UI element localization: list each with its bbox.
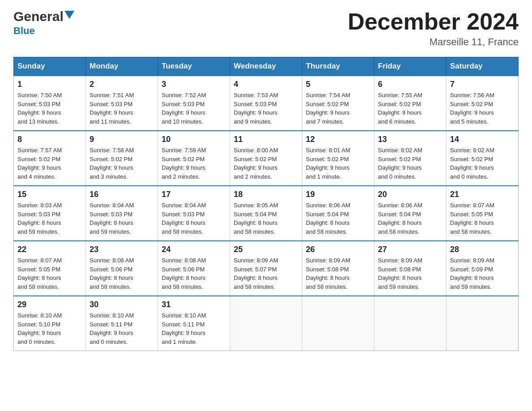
calendar-cell: 26Sunrise: 8:09 AMSunset: 5:08 PMDayligh…	[302, 241, 374, 296]
calendar-cell: 4Sunrise: 7:53 AMSunset: 5:03 PMDaylight…	[230, 76, 302, 131]
day-number: 12	[306, 135, 370, 144]
day-info: Sunrise: 7:58 AMSunset: 5:02 PMDaylight:…	[90, 146, 154, 181]
day-number: 24	[162, 245, 226, 254]
day-number: 31	[162, 300, 226, 309]
calendar-cell: 12Sunrise: 8:01 AMSunset: 5:02 PMDayligh…	[302, 131, 374, 186]
weekday-header-sunday: Sunday	[14, 57, 86, 76]
weekday-header-saturday: Saturday	[446, 57, 519, 76]
day-number: 16	[90, 190, 154, 199]
calendar-cell: 27Sunrise: 8:09 AMSunset: 5:08 PMDayligh…	[374, 241, 446, 296]
svg-marker-0	[64, 11, 74, 19]
calendar-cell: 3Sunrise: 7:52 AMSunset: 5:03 PMDaylight…	[158, 76, 230, 131]
day-info: Sunrise: 7:55 AMSunset: 5:02 PMDaylight:…	[378, 91, 442, 126]
calendar-cell: 9Sunrise: 7:58 AMSunset: 5:02 PMDaylight…	[86, 131, 158, 186]
calendar-cell: 5Sunrise: 7:54 AMSunset: 5:02 PMDaylight…	[302, 76, 374, 131]
calendar-cell: 10Sunrise: 7:59 AMSunset: 5:02 PMDayligh…	[158, 131, 230, 186]
day-info: Sunrise: 8:10 AMSunset: 5:10 PMDaylight:…	[17, 311, 82, 346]
day-info: Sunrise: 8:06 AMSunset: 5:04 PMDaylight:…	[306, 201, 370, 236]
weekday-header-friday: Friday	[374, 57, 446, 76]
weekday-header-row: SundayMondayTuesdayWednesdayThursdayFrid…	[14, 57, 519, 76]
day-info: Sunrise: 7:52 AMSunset: 5:03 PMDaylight:…	[162, 91, 226, 126]
day-info: Sunrise: 8:00 AMSunset: 5:02 PMDaylight:…	[234, 146, 298, 181]
logo-triangle-icon	[64, 11, 74, 21]
day-number: 22	[17, 245, 82, 254]
day-info: Sunrise: 8:10 AMSunset: 5:11 PMDaylight:…	[162, 311, 226, 346]
day-number: 8	[17, 135, 82, 144]
day-number: 11	[234, 135, 298, 144]
calendar-cell: 20Sunrise: 8:06 AMSunset: 5:04 PMDayligh…	[374, 186, 446, 241]
page-header: General Blue December 2024 Marseille 11,…	[13, 9, 519, 48]
day-number: 23	[90, 245, 154, 254]
weekday-header-tuesday: Tuesday	[158, 57, 230, 76]
calendar-cell: 8Sunrise: 7:57 AMSunset: 5:02 PMDaylight…	[14, 131, 86, 186]
calendar-cell: 31Sunrise: 8:10 AMSunset: 5:11 PMDayligh…	[158, 296, 230, 351]
calendar-cell	[302, 296, 374, 351]
calendar-cell: 22Sunrise: 8:07 AMSunset: 5:05 PMDayligh…	[14, 241, 86, 296]
calendar-cell: 7Sunrise: 7:56 AMSunset: 5:02 PMDaylight…	[446, 76, 519, 131]
calendar-week-row: 22Sunrise: 8:07 AMSunset: 5:05 PMDayligh…	[14, 241, 519, 296]
day-number: 28	[450, 245, 515, 254]
day-number: 5	[306, 80, 370, 89]
logo: General Blue	[13, 9, 74, 37]
day-number: 25	[234, 245, 298, 254]
day-number: 30	[90, 300, 154, 309]
day-info: Sunrise: 8:02 AMSunset: 5:02 PMDaylight:…	[450, 146, 515, 181]
calendar-cell: 25Sunrise: 8:09 AMSunset: 5:07 PMDayligh…	[230, 241, 302, 296]
calendar-week-row: 1Sunrise: 7:50 AMSunset: 5:03 PMDaylight…	[14, 76, 519, 131]
calendar-cell: 13Sunrise: 8:02 AMSunset: 5:02 PMDayligh…	[374, 131, 446, 186]
day-number: 13	[378, 135, 442, 144]
weekday-header-thursday: Thursday	[302, 57, 374, 76]
day-number: 18	[234, 190, 298, 199]
day-info: Sunrise: 8:08 AMSunset: 5:06 PMDaylight:…	[90, 256, 154, 291]
day-info: Sunrise: 7:59 AMSunset: 5:02 PMDaylight:…	[162, 146, 226, 181]
day-number: 2	[90, 80, 154, 89]
calendar-cell: 18Sunrise: 8:05 AMSunset: 5:04 PMDayligh…	[230, 186, 302, 241]
day-info: Sunrise: 8:02 AMSunset: 5:02 PMDaylight:…	[378, 146, 442, 181]
calendar-cell: 24Sunrise: 8:08 AMSunset: 5:06 PMDayligh…	[158, 241, 230, 296]
day-number: 15	[17, 190, 82, 199]
day-info: Sunrise: 8:10 AMSunset: 5:11 PMDaylight:…	[90, 311, 154, 346]
calendar-table: SundayMondayTuesdayWednesdayThursdayFrid…	[13, 57, 519, 351]
day-info: Sunrise: 8:09 AMSunset: 5:07 PMDaylight:…	[234, 256, 298, 291]
calendar-cell	[374, 296, 446, 351]
day-number: 6	[378, 80, 442, 89]
day-info: Sunrise: 7:54 AMSunset: 5:02 PMDaylight:…	[306, 91, 370, 126]
day-number: 21	[450, 190, 515, 199]
calendar-cell: 21Sunrise: 8:07 AMSunset: 5:05 PMDayligh…	[446, 186, 519, 241]
logo-blue-text: Blue	[13, 25, 35, 37]
day-number: 7	[450, 80, 515, 89]
day-number: 1	[17, 80, 82, 89]
day-info: Sunrise: 7:53 AMSunset: 5:03 PMDaylight:…	[234, 91, 298, 126]
month-title: December 2024	[348, 9, 519, 34]
calendar-cell: 16Sunrise: 8:04 AMSunset: 5:03 PMDayligh…	[86, 186, 158, 241]
day-info: Sunrise: 8:01 AMSunset: 5:02 PMDaylight:…	[306, 146, 370, 181]
calendar-cell: 30Sunrise: 8:10 AMSunset: 5:11 PMDayligh…	[86, 296, 158, 351]
day-number: 9	[90, 135, 154, 144]
day-info: Sunrise: 7:51 AMSunset: 5:03 PMDaylight:…	[90, 91, 154, 126]
calendar-cell: 28Sunrise: 8:09 AMSunset: 5:09 PMDayligh…	[446, 241, 519, 296]
day-info: Sunrise: 8:03 AMSunset: 5:03 PMDaylight:…	[17, 201, 82, 236]
day-number: 4	[234, 80, 298, 89]
calendar-cell: 23Sunrise: 8:08 AMSunset: 5:06 PMDayligh…	[86, 241, 158, 296]
day-info: Sunrise: 8:06 AMSunset: 5:04 PMDaylight:…	[378, 201, 442, 236]
day-number: 27	[378, 245, 442, 254]
day-info: Sunrise: 7:57 AMSunset: 5:02 PMDaylight:…	[17, 146, 82, 181]
day-number: 17	[162, 190, 226, 199]
day-info: Sunrise: 8:05 AMSunset: 5:04 PMDaylight:…	[234, 201, 298, 236]
calendar-week-row: 15Sunrise: 8:03 AMSunset: 5:03 PMDayligh…	[14, 186, 519, 241]
day-info: Sunrise: 7:50 AMSunset: 5:03 PMDaylight:…	[17, 91, 82, 126]
day-number: 29	[17, 300, 82, 309]
day-number: 10	[162, 135, 226, 144]
day-number: 20	[378, 190, 442, 199]
weekday-header-monday: Monday	[86, 57, 158, 76]
calendar-cell: 29Sunrise: 8:10 AMSunset: 5:10 PMDayligh…	[14, 296, 86, 351]
calendar-week-row: 8Sunrise: 7:57 AMSunset: 5:02 PMDaylight…	[14, 131, 519, 186]
day-number: 3	[162, 80, 226, 89]
day-info: Sunrise: 8:09 AMSunset: 5:08 PMDaylight:…	[378, 256, 442, 291]
calendar-cell: 17Sunrise: 8:04 AMSunset: 5:03 PMDayligh…	[158, 186, 230, 241]
day-info: Sunrise: 8:07 AMSunset: 5:05 PMDaylight:…	[450, 201, 515, 236]
calendar-cell	[230, 296, 302, 351]
day-info: Sunrise: 8:07 AMSunset: 5:05 PMDaylight:…	[17, 256, 82, 291]
calendar-cell	[446, 296, 519, 351]
day-info: Sunrise: 8:09 AMSunset: 5:08 PMDaylight:…	[306, 256, 370, 291]
